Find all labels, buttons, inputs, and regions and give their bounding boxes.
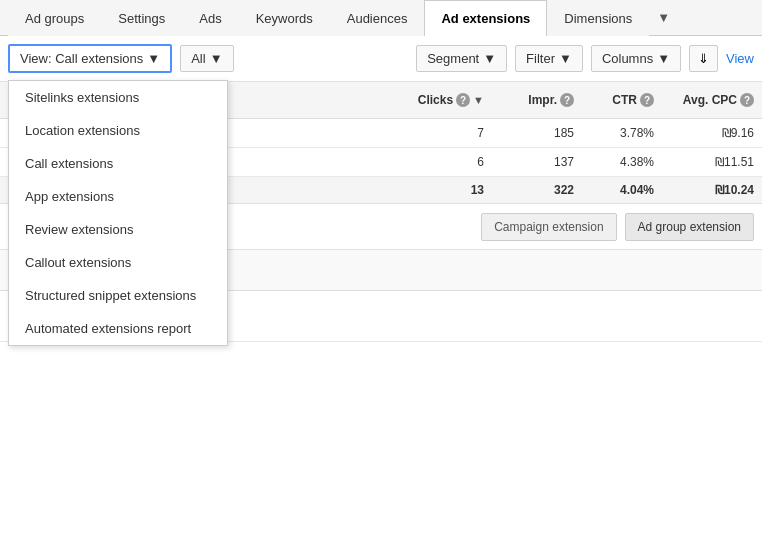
dropdown-item-automated[interactable]: Automated extensions report — [9, 312, 227, 345]
all-button[interactable]: All ▼ — [180, 45, 233, 72]
total-clicks: 13 — [392, 177, 492, 203]
view-dropdown-menu: Sitelinks extensions Location extensions… — [8, 80, 228, 346]
view-link[interactable]: View — [726, 51, 754, 66]
row2-impr: 137 — [492, 149, 582, 175]
campaign-extension-button[interactable]: Campaign extension — [481, 213, 616, 241]
ad-group-extension-button[interactable]: Ad group extension — [625, 213, 754, 241]
dropdown-item-callout[interactable]: Callout extensions — [9, 246, 227, 279]
header-clicks: Clicks ? ▼ — [392, 89, 492, 111]
ad-group-ext-label: Ad group extension — [638, 220, 741, 234]
impr-help-icon[interactable]: ? — [560, 93, 574, 107]
filter-button[interactable]: Filter ▼ — [515, 45, 583, 72]
tab-settings[interactable]: Settings — [101, 0, 182, 36]
download-button[interactable]: ⇓ — [689, 45, 718, 72]
total-ctr: 4.04% — [582, 177, 662, 203]
row2-ctr: 4.38% — [582, 149, 662, 175]
tab-keywords[interactable]: Keywords — [239, 0, 330, 36]
columns-label: Columns — [602, 51, 653, 66]
total-avg-cpc: ₪10.24 — [662, 177, 762, 203]
view-button[interactable]: View: Call extensions ▼ — [8, 44, 172, 73]
columns-button[interactable]: Columns ▼ — [591, 45, 681, 72]
ctr-help-icon[interactable]: ? — [640, 93, 654, 107]
tab-ad-groups[interactable]: Ad groups — [8, 0, 101, 36]
all-button-label: All — [191, 51, 205, 66]
dropdown-item-app[interactable]: App extensions — [9, 180, 227, 213]
segment-button[interactable]: Segment ▼ — [416, 45, 507, 72]
toolbar: View: Call extensions ▼ All ▼ Segment ▼ … — [0, 36, 762, 82]
header-ctr: CTR ? — [582, 89, 662, 111]
campaign-ext-label: Campaign extension — [494, 220, 603, 234]
filter-arrow: ▼ — [559, 51, 572, 66]
filter-label: Filter — [526, 51, 555, 66]
row1-clicks: 7 — [392, 120, 492, 146]
header-avg-cpc: Avg. CPC ? — [662, 89, 762, 111]
tab-ads[interactable]: Ads — [182, 0, 238, 36]
all-button-arrow: ▼ — [210, 51, 223, 66]
segment-label: Segment — [427, 51, 479, 66]
tab-ad-extensions[interactable]: Ad extensions — [424, 0, 547, 36]
dropdown-item-call[interactable]: Call extensions — [9, 147, 227, 180]
segment-arrow: ▼ — [483, 51, 496, 66]
avg-cpc-help-icon[interactable]: ? — [740, 93, 754, 107]
total-impr: 322 — [492, 177, 582, 203]
header-impr: Impr. ? — [492, 89, 582, 111]
columns-arrow: ▼ — [657, 51, 670, 66]
tab-audiences[interactable]: Audiences — [330, 0, 425, 36]
download-icon: ⇓ — [698, 51, 709, 66]
view-button-arrow: ▼ — [147, 51, 160, 66]
clicks-help-icon[interactable]: ? — [456, 93, 470, 107]
dropdown-item-structured[interactable]: Structured snippet extensions — [9, 279, 227, 312]
row1-ctr: 3.78% — [582, 120, 662, 146]
top-nav: Ad groups Settings Ads Keywords Audience… — [0, 0, 762, 36]
row2-clicks: 6 — [392, 149, 492, 175]
dropdown-item-review[interactable]: Review extensions — [9, 213, 227, 246]
row1-avg-cpc: ₪9.16 — [662, 120, 762, 146]
dropdown-item-location[interactable]: Location extensions — [9, 114, 227, 147]
dropdown-item-sitelinks[interactable]: Sitelinks extensions — [9, 81, 227, 114]
view-button-label: View: Call extensions — [20, 51, 143, 66]
row2-avg-cpc: ₪11.51 — [662, 149, 762, 175]
row1-impr: 185 — [492, 120, 582, 146]
tabs-more-dropdown[interactable]: ▼ — [649, 0, 678, 35]
clicks-sort-icon[interactable]: ▼ — [473, 94, 484, 106]
tab-dimensions[interactable]: Dimensions — [547, 0, 649, 36]
